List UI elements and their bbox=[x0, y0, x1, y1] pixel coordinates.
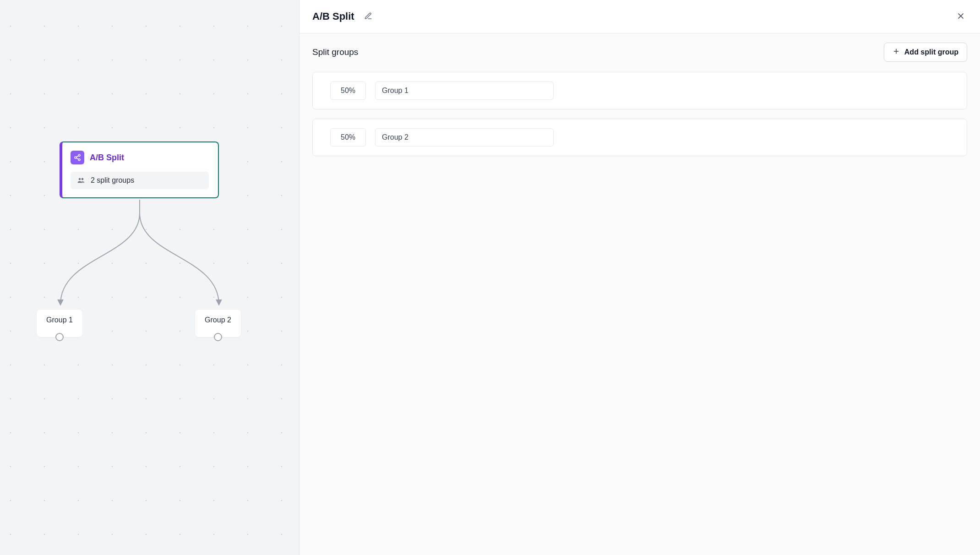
section-header-row: Split groups Add split group bbox=[312, 43, 967, 62]
users-icon bbox=[77, 176, 85, 185]
node-status-text: 2 split groups bbox=[91, 176, 134, 185]
svg-line-4 bbox=[76, 158, 79, 159]
add-button-label: Add split group bbox=[904, 48, 958, 56]
close-panel-button[interactable] bbox=[954, 10, 967, 23]
branch-label: Group 2 bbox=[205, 316, 231, 324]
pencil-icon bbox=[364, 12, 372, 22]
node-status-row: 2 split groups bbox=[71, 172, 209, 189]
node-header: A/B Split bbox=[71, 151, 209, 164]
workflow-canvas[interactable]: A/B Split 2 split groups Group 1 Group 2 bbox=[0, 0, 299, 555]
split-group-row bbox=[312, 119, 967, 156]
group-percent-input[interactable] bbox=[330, 82, 366, 100]
branch-output-handle[interactable] bbox=[214, 333, 222, 341]
svg-line-3 bbox=[76, 156, 79, 157]
plus-icon bbox=[893, 48, 900, 57]
panel-body: Split groups Add split group bbox=[299, 33, 980, 555]
branch-node-group-1[interactable]: Group 1 bbox=[37, 310, 82, 337]
section-title: Split groups bbox=[312, 47, 358, 57]
split-icon bbox=[71, 151, 84, 164]
config-panel: A/B Split Split groups bbox=[299, 0, 980, 555]
svg-point-5 bbox=[79, 178, 81, 180]
node-title: A/B Split bbox=[90, 153, 124, 163]
group-name-input[interactable] bbox=[375, 82, 554, 100]
edit-title-button[interactable] bbox=[362, 10, 375, 23]
split-group-row bbox=[312, 72, 967, 109]
panel-title: A/B Split bbox=[312, 11, 354, 22]
branch-node-group-2[interactable]: Group 2 bbox=[195, 310, 241, 337]
add-split-group-button[interactable]: Add split group bbox=[884, 43, 967, 62]
branch-label: Group 1 bbox=[46, 316, 73, 324]
close-icon bbox=[956, 11, 965, 22]
group-percent-input[interactable] bbox=[330, 128, 366, 147]
ab-split-node[interactable]: A/B Split 2 split groups bbox=[60, 141, 219, 198]
svg-point-6 bbox=[82, 178, 84, 180]
group-name-input[interactable] bbox=[375, 128, 554, 147]
panel-header: A/B Split bbox=[299, 0, 980, 33]
branch-output-handle[interactable] bbox=[55, 333, 64, 341]
